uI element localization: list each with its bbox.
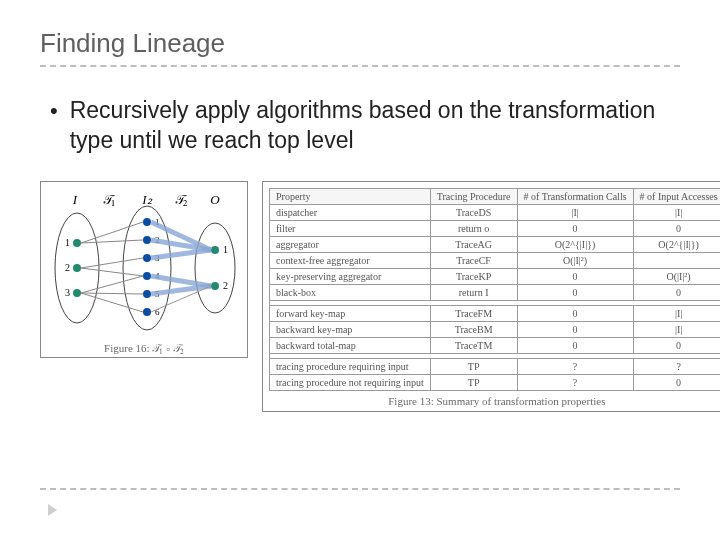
label-T2: 𝒯₂ — [175, 192, 188, 207]
right-nodes: 1 2 — [211, 244, 228, 291]
svg-text:3: 3 — [65, 287, 70, 298]
svg-point-21 — [211, 246, 219, 254]
svg-line-31 — [81, 293, 143, 312]
svg-point-17 — [143, 290, 151, 298]
table-header-row: Property Tracing Procedure # of Transfor… — [270, 189, 721, 205]
label-I2: I₂ — [141, 192, 152, 207]
slide-title: Finding Lineage — [40, 28, 680, 59]
figure-caption: Figure 16: 𝒯₁ ∘ 𝒯₂ — [47, 342, 241, 355]
divider-top — [40, 65, 680, 67]
svg-point-11 — [143, 236, 151, 244]
edges-t1 — [81, 222, 143, 312]
table-row: dispatcherTraceDS|I||I| — [270, 205, 721, 221]
svg-line-27 — [81, 258, 143, 268]
properties-table: Property Tracing Procedure # of Transfor… — [269, 188, 720, 391]
content-row: I 𝒯₁ I₂ 𝒯₂ O 1 2 3 1 — [40, 181, 680, 412]
table-caption: Figure 13: Summary of transformation pro… — [269, 395, 720, 407]
svg-point-15 — [143, 272, 151, 280]
table-row: backward total-mapTraceTM00 — [270, 338, 721, 354]
table-row: tracing procedure requiring inputTP?? — [270, 359, 721, 375]
left-nodes: 1 2 3 — [65, 237, 81, 298]
label-I: I — [72, 192, 78, 207]
svg-point-13 — [143, 254, 151, 262]
svg-line-26 — [81, 240, 143, 243]
th-proc: Tracing Procedure — [430, 189, 517, 205]
bullet-text: Recursively apply algorithms based on th… — [70, 95, 680, 155]
svg-point-2 — [195, 223, 235, 313]
svg-text:2: 2 — [223, 280, 228, 291]
table-row: backward key-mapTraceBM0|I| — [270, 322, 721, 338]
svg-text:2: 2 — [65, 262, 70, 273]
svg-point-23 — [211, 282, 219, 290]
label-T1: 𝒯₁ — [103, 192, 116, 207]
svg-point-9 — [143, 218, 151, 226]
table-row: key-preserving aggregatorTraceKP0O(|I|²) — [270, 269, 721, 285]
divider-bottom — [40, 488, 680, 490]
th-property: Property — [270, 189, 431, 205]
th-calls: # of Transformation Calls — [517, 189, 633, 205]
svg-text:1: 1 — [65, 237, 70, 248]
table-row: filterreturn o00 — [270, 221, 721, 237]
edges-t2 — [151, 222, 211, 312]
label-O: O — [210, 192, 220, 207]
table-box: Property Tracing Procedure # of Transfor… — [262, 181, 720, 412]
mid-nodes: 1 2 3 4 5 6 — [143, 217, 160, 317]
svg-line-28 — [81, 268, 143, 276]
th-access: # of Input Accesses — [633, 189, 720, 205]
figure-box: I 𝒯₁ I₂ 𝒯₂ O 1 2 3 1 — [40, 181, 248, 358]
svg-line-34 — [151, 250, 211, 258]
bullet-marker: • — [50, 97, 58, 125]
table-row: context-free aggregatorTraceCFO(|I|²) — [270, 253, 721, 269]
table-row: black-boxreturn I00 — [270, 285, 721, 301]
svg-text:1: 1 — [223, 244, 228, 255]
table-row: forward key-mapTraceFM0|I| — [270, 306, 721, 322]
table-row: aggregatorTraceAGO(2^{|I|})O(2^{|I|}) — [270, 237, 721, 253]
bullet: • Recursively apply algorithms based on … — [50, 95, 680, 155]
svg-point-3 — [73, 239, 81, 247]
svg-line-35 — [151, 276, 211, 286]
svg-line-29 — [81, 276, 143, 293]
svg-point-19 — [143, 308, 151, 316]
composition-diagram: I 𝒯₁ I₂ 𝒯₂ O 1 2 3 1 — [47, 188, 241, 338]
svg-point-5 — [73, 264, 81, 272]
table-row: tracing procedure not requiring inputTP?… — [270, 375, 721, 391]
slide: Finding Lineage • Recursively apply algo… — [0, 0, 720, 540]
svg-line-30 — [81, 293, 143, 294]
svg-point-7 — [73, 289, 81, 297]
footer-arrow-icon — [48, 504, 57, 516]
